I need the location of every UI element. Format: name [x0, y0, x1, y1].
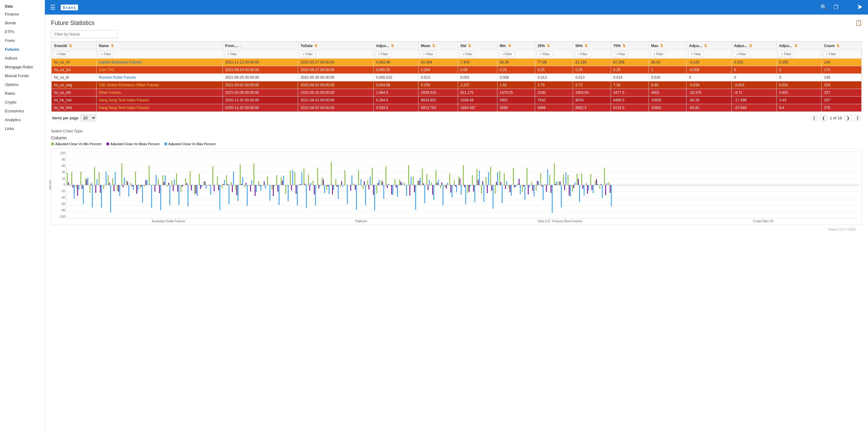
sidebar-item-etfs[interactable]: ETFs	[0, 27, 44, 36]
sidebar-item-mortgage-rates[interactable]: Mortgage Rates	[0, 62, 44, 71]
filter-mean[interactable]: ▿ Filter	[420, 51, 436, 57]
legend-label-max: Adjusted Close Vs Max Percent	[168, 142, 215, 146]
legend-item-mean: Adjusted Close Vs Mean Percent	[106, 142, 159, 146]
legend-dot-max	[164, 142, 167, 145]
chart-section: Select Chart Type: Column Adjusted Close…	[51, 129, 862, 225]
footer-text: Sravz LLC © 2022	[829, 227, 856, 231]
sidebar-item-mutual-funds[interactable]: Mutual Funds	[0, 71, 44, 80]
chart-title: Column	[51, 135, 862, 140]
col-adj1[interactable]: Adjus... ⇅	[373, 42, 418, 50]
col-std[interactable]: Std ⇅	[458, 42, 497, 50]
search-icon[interactable]: 🔍	[819, 3, 828, 11]
filter-min[interactable]: ▿ Filter	[499, 51, 515, 57]
prev-page-button[interactable]: ❮	[820, 115, 827, 121]
main-panel: ☰ Sravz 🔍 ❐ 👤 ⮞ Future Statistics 📋 Srav…	[45, 0, 868, 433]
table-row[interactable]: fut_us_cfiCarbon Emissions Futures2021-1…	[52, 59, 862, 66]
sidebar-item-finance[interactable]: Finance	[0, 10, 44, 19]
filter-by-name-input[interactable]	[51, 30, 118, 38]
x-label-3: Ultra U.S. Treasury Bond Futures	[537, 220, 582, 223]
filter-25[interactable]: ▿ Filter	[537, 51, 553, 57]
filter-sravzid[interactable]: ▿ Filter	[54, 51, 69, 57]
filter-todate[interactable]: ▿ Filter	[300, 51, 316, 57]
filter-std[interactable]: ▿ Filter	[460, 51, 475, 57]
col-25[interactable]: 25% ⇅	[535, 42, 573, 50]
sidebar-item-options[interactable]: Options	[0, 80, 44, 89]
sidebar-item-economics[interactable]: Economics	[0, 107, 44, 115]
col-min[interactable]: Min ⇅	[497, 42, 535, 50]
y-40: 40	[62, 171, 65, 174]
col-todate[interactable]: ToDate ⇅	[298, 42, 373, 50]
export-icon[interactable]: 📋	[855, 20, 862, 26]
chart-area: Percent 100 80 60 40 20 0 -20 -40 -60 -8…	[54, 151, 859, 218]
page-title: Future Statistics	[51, 20, 862, 26]
filter-adj3[interactable]: ▿ Filter	[734, 51, 749, 57]
table-row[interactable]: fut_us_ethEther Futures2021-02-08 00:00:…	[52, 89, 862, 96]
items-per-page-label: Items per page	[52, 116, 79, 120]
last-page-button[interactable]: ⟫	[854, 115, 861, 121]
top-nav: ☰ Sravz 🔍 ❐ 👤 ⮞	[45, 0, 868, 15]
app-logo: Sravz	[61, 5, 78, 10]
filter-50[interactable]: ▿ Filter	[575, 51, 591, 57]
col-mean[interactable]: Mean ⇅	[418, 42, 458, 50]
pagination-bar: Items per page 10 25 50 100 ⟪ ❮ 1 of 19 …	[51, 112, 862, 124]
sidebar-item-crypto[interactable]: Crypto	[0, 98, 44, 107]
chart-type-label: Select Chart Type:	[51, 129, 862, 133]
table-row[interactable]: fut_us_2ctCorn TAS2021-09-24 00:00:00202…	[52, 66, 862, 74]
filter-count[interactable]: ▿ Filter	[824, 51, 839, 57]
legend-item-max: Adjusted Close Vs Max Percent	[164, 142, 215, 146]
table-row[interactable]: fut_us_6rRussian Ruble Futures2021-06-25…	[52, 74, 862, 81]
legend-dot-mean	[106, 142, 109, 145]
table-header-row: SravzId ⇅ Name ⇅ From.... ↓ ToDate ⇅ Adj…	[52, 42, 862, 50]
col-max[interactable]: Max ⇅	[649, 42, 686, 50]
table-row[interactable]: fut_us_oegCBL Global Emissions Offset Fu…	[52, 81, 862, 89]
sidebar-item-links[interactable]: Links	[0, 124, 44, 133]
col-sravzid[interactable]: SravzId ⇅	[52, 42, 96, 50]
legend-label-min: Adjusted Close Vs Min Percent	[55, 142, 101, 146]
filter-adj4[interactable]: ▿ Filter	[778, 51, 794, 57]
page-info: 1 of 19	[830, 116, 842, 120]
col-from[interactable]: From.... ↓	[222, 42, 298, 50]
sidebar-item-analytics[interactable]: Analytics	[0, 115, 44, 124]
sidebar-item-futures[interactable]: Futures	[0, 45, 44, 54]
col-75[interactable]: 75% ⇅	[611, 42, 649, 50]
sidebar-item-bonds[interactable]: Bonds	[0, 19, 44, 27]
filter-adj2[interactable]: ▿ Filter	[688, 51, 704, 57]
col-name[interactable]: Name ⇅	[96, 42, 222, 50]
hamburger-icon[interactable]: ☰	[49, 3, 57, 11]
items-per-page: Items per page 10 25 50 100	[52, 114, 96, 121]
select-chart-label: Select Chart Type:	[51, 129, 84, 133]
logo-badge: Sravz	[61, 5, 78, 10]
table-row[interactable]: fut_hk_hstiHang Seng Tech Index Futures2…	[52, 96, 862, 104]
next-page-button[interactable]: ❯	[844, 115, 852, 121]
share-icon[interactable]: ❐	[832, 3, 840, 11]
filter-adj1[interactable]: ▿ Filter	[375, 51, 391, 57]
filter-from[interactable]: ▿ Filter	[225, 51, 240, 57]
y-n100: -100	[59, 215, 65, 218]
sidebar-section-label: Data	[0, 2, 44, 10]
y-0: 0	[63, 183, 65, 186]
table-row[interactable]: fut_hk_hhtiHang Seng Tech Index Futures2…	[52, 104, 862, 112]
col-count[interactable]: Count ⇅	[822, 42, 862, 50]
table-filter-row: ▿ Filter ▿ Filter ▿ Filter ▿ Filter ▿ Fi…	[52, 50, 862, 59]
chart-x-labels: Australian Dollar Futures Platinum Ultra…	[66, 218, 859, 225]
sidebar-item-rates[interactable]: Rates	[0, 89, 44, 98]
col-adj4[interactable]: Adjus... ⇅	[776, 42, 821, 50]
filter-75[interactable]: ▿ Filter	[613, 51, 628, 57]
filter-name[interactable]: ▿ Filter	[98, 51, 114, 57]
sidebar-item-indices[interactable]: Indices	[0, 54, 44, 62]
filter-max[interactable]: ▿ Filter	[651, 51, 666, 57]
col-adj2[interactable]: Adjus... ⇅	[686, 42, 732, 50]
col-50[interactable]: 50% ⇅	[573, 42, 611, 50]
y-20: 20	[62, 177, 65, 180]
items-per-page-select[interactable]: 10 25 50 100	[81, 114, 96, 121]
y-n80: -80	[61, 209, 65, 212]
logout-icon[interactable]: ⮞	[856, 3, 864, 11]
y-label: Percent	[49, 180, 52, 190]
y-n20: -20	[61, 190, 65, 193]
sidebar-item-forex[interactable]: Forex	[0, 36, 44, 45]
y-60: 60	[62, 164, 65, 168]
first-page-button[interactable]: ⟪	[811, 115, 817, 121]
col-adj3[interactable]: Adjus... ⇅	[732, 42, 776, 50]
account-icon[interactable]: 👤	[844, 3, 852, 11]
chart-legend: Adjusted Close Vs Min Percent Adjusted C…	[51, 142, 862, 146]
